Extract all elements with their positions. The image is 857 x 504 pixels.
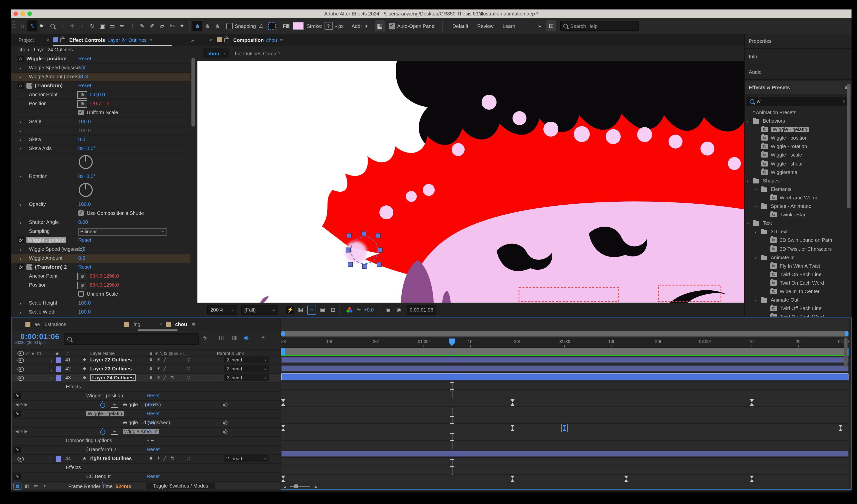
workspace-tab[interactable]: Review	[477, 23, 493, 29]
keyframe[interactable]	[510, 475, 515, 482]
timeline-row[interactable]: fx (Transform) 2 Reset	[12, 446, 281, 455]
checkbox[interactable]	[78, 291, 84, 297]
zoom-tool[interactable]	[47, 20, 57, 31]
checkbox[interactable]	[78, 110, 84, 115]
preset-item[interactable]: › * Animation Presets	[745, 109, 847, 117]
expand-chevron-icon[interactable]: ›	[753, 300, 759, 301]
eye-icon[interactable]	[17, 367, 24, 372]
graph-toggle-icon[interactable]: ∿	[111, 402, 118, 408]
collapse-switch-icon[interactable]: ☀	[156, 456, 161, 460]
expand-transfer-controls-icon[interactable]: ◧	[23, 483, 30, 489]
effect-row[interactable]: › Position ⊕ -20.7,1.5	[11, 100, 190, 109]
pen-tool[interactable]: ✒	[117, 20, 127, 31]
property-value[interactable]: 864.0,1296.0	[90, 282, 119, 288]
current-time-display[interactable]: 0:00:01:06	[20, 332, 60, 340]
parent-link-dropdown[interactable]: 2. head	[224, 365, 269, 372]
row-value[interactable]: 41.3	[147, 402, 156, 407]
effect-row[interactable]: › Scale 100.0	[11, 118, 190, 127]
clone-stamp-tool[interactable]: ✐	[147, 20, 157, 31]
expand-chevron-icon[interactable]: ›	[19, 65, 21, 71]
rectangle-tool[interactable]: ▭	[107, 20, 117, 31]
collapse-switch-icon[interactable]: ☀	[156, 366, 161, 371]
timeline-row[interactable]: ◀◇▶ ∿ Wiggle ... (pixels) 41.3 @	[12, 401, 281, 410]
presets-search-field[interactable]: wi ×	[747, 97, 849, 106]
tab-effect-controls[interactable]: Effect Controls	[69, 37, 105, 43]
quality-switch-icon[interactable]: ╱	[164, 456, 166, 460]
expand-chevron-icon[interactable]: ›	[745, 112, 748, 114]
preset-item[interactable]: › Sprites - Animated	[745, 202, 847, 211]
layer-duration-bar[interactable]	[281, 357, 848, 363]
timeline-tab[interactable]: jing	[133, 321, 140, 327]
effect-row[interactable]: › Wiggle Amount 0.5	[11, 254, 190, 263]
row-value[interactable]: Reset	[147, 474, 159, 479]
property-value[interactable]: Bilinear	[78, 228, 167, 236]
effect-row[interactable]: › Wiggle Speed (wigs/sec) 1.5	[11, 245, 190, 254]
timeline-tab[interactable]: ae illustrations	[34, 321, 66, 327]
keyframe[interactable]	[750, 399, 754, 406]
keyframe[interactable]	[281, 475, 286, 482]
magnification-dropdown[interactable]: 200%›	[207, 305, 237, 315]
preset-item[interactable]: fx Wireframe Worm	[745, 194, 847, 202]
effect-row[interactable]: › fx (Transform) Reset	[11, 82, 190, 91]
effect-row[interactable]: › Opacity 100.0	[11, 200, 190, 209]
rotation-tool[interactable]: ↻	[87, 20, 97, 31]
snapshot-camera-icon[interactable]: ▣	[384, 306, 392, 314]
property-value[interactable]: 41.3	[78, 74, 88, 79]
brush-tool[interactable]: ✎	[137, 20, 147, 31]
expand-layer-switches-icon[interactable]: ▦	[14, 483, 21, 490]
show-snapshot-icon[interactable]: ◉	[395, 306, 403, 314]
property-value[interactable]: 0.00	[78, 219, 88, 225]
timeline-row[interactable]: fx Wiggle - gelatin Reset	[12, 410, 281, 419]
pan-camera-tool[interactable]: ✚	[67, 20, 77, 31]
property-value[interactable]: 100.0	[78, 309, 91, 315]
keyframe[interactable]	[510, 399, 515, 406]
timeline-tab-active[interactable]: chou	[175, 321, 187, 327]
stopwatch-icon[interactable]	[100, 403, 105, 407]
fx-badge-icon[interactable]: fx	[17, 83, 24, 89]
effects-switch-icon[interactable]: fx	[170, 375, 174, 380]
rotation-dial[interactable]	[79, 155, 93, 169]
shy-switch-icon[interactable]: ☻	[149, 366, 153, 371]
expand-chevron-icon[interactable]: ›	[753, 206, 759, 208]
guides-options-icon[interactable]: ⊞	[329, 306, 337, 314]
effect-row[interactable]: › Rotation 0x+0.0°	[11, 172, 190, 182]
motion-blur-switch-icon[interactable]: ◎	[186, 456, 190, 460]
motion-blur-icon[interactable]: ◉	[242, 335, 251, 342]
preset-item[interactable]: fx TwinkleStar	[745, 211, 847, 219]
preset-item[interactable]: › Animate Out	[745, 296, 847, 305]
expand-chevron-icon[interactable]: ›	[19, 309, 21, 315]
motion-blur-switch-icon[interactable]: ◎	[186, 357, 190, 362]
lock-icon[interactable]	[224, 38, 229, 43]
keyframe[interactable]	[750, 475, 754, 482]
property-value[interactable]: 0.0	[78, 137, 85, 142]
effect-row[interactable]: › Uniform Scale	[11, 290, 190, 299]
property-value[interactable]: Use Composition's Shutte	[87, 211, 144, 216]
region-of-interest-icon[interactable]: ▱	[307, 305, 316, 314]
selection-tool[interactable]: ↖	[28, 20, 37, 31]
motion-blur-switch-icon[interactable]: ◎	[186, 375, 190, 380]
property-value[interactable]: 100.0	[78, 201, 91, 207]
expand-chevron-icon[interactable]: ›	[19, 119, 21, 124]
timeline-row[interactable]: fx Wiggle - position Reset	[12, 392, 281, 401]
orbit-camera-tool[interactable]: ◌	[57, 20, 67, 31]
composition-canvas[interactable]	[198, 61, 744, 303]
zoom-slider-knob[interactable]	[294, 484, 298, 488]
layer-label-square[interactable]	[56, 375, 61, 381]
row-value[interactable]: Reset	[147, 447, 159, 452]
dolly-camera-tool[interactable]: ↕	[77, 20, 87, 31]
timeline-row[interactable]: › 44 ★ right red Outlines ☻ ☀ ╱	[12, 455, 281, 464]
row-value[interactable]: 0.5	[147, 429, 154, 434]
quality-switch-icon[interactable]: ╱	[164, 375, 166, 380]
motion-blur-switch-icon[interactable]: ◎	[186, 366, 190, 371]
expand-chevron-icon[interactable]: ›	[19, 247, 21, 252]
expand-chevron-icon[interactable]: ›	[49, 377, 54, 379]
clear-search-icon[interactable]: ×	[842, 99, 845, 104]
property-value[interactable]: 1.0	[78, 65, 85, 70]
parent-link-dropdown[interactable]: 2. head	[224, 455, 269, 461]
panel-tab-info[interactable]: Info	[745, 49, 852, 64]
workspace-tab[interactable]: Default	[452, 23, 468, 29]
brushes-panel-icon[interactable]: ▦	[375, 20, 385, 31]
snap-angle-icon[interactable]: ∠	[256, 21, 266, 31]
property-value[interactable]: -20.7,1.5	[90, 101, 110, 106]
parent-link-dropdown[interactable]: 2. head	[224, 356, 269, 363]
